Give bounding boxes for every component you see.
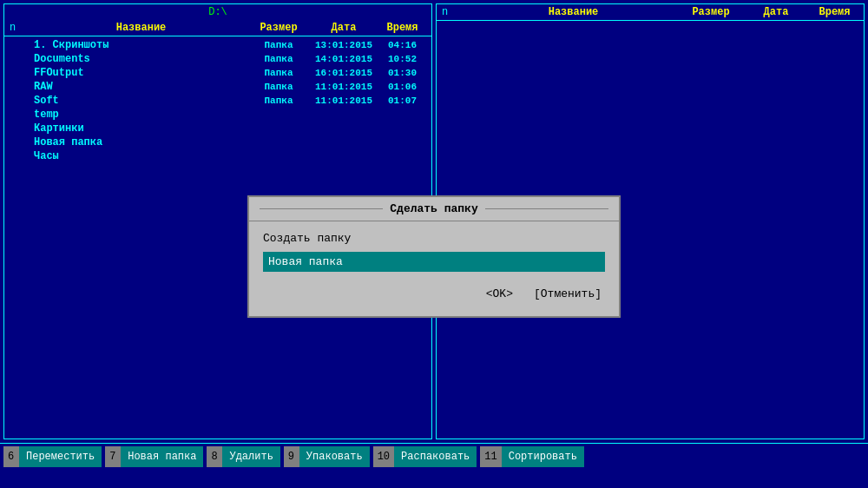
app-container: D:\ n Название Размер Дата Время 1. Скри… — [0, 0, 868, 469]
file-size: Папка — [248, 54, 309, 64]
list-item[interactable]: Documents Папка 14:01:2015 10:52 — [4, 52, 431, 66]
list-item[interactable]: FFOutput Папка 16:01:2015 01:30 — [4, 66, 431, 80]
left-col-name: Название — [34, 22, 248, 34]
dialog-title-text: Сделать папку — [383, 202, 484, 215]
list-item[interactable]: Soft Папка 11:01:2015 01:07 — [4, 94, 431, 108]
left-col-size: Размер — [248, 22, 309, 34]
file-name: Часы — [34, 150, 248, 162]
toolbar-num: 8 — [207, 446, 222, 467]
toolbar-num: 6 — [3, 446, 19, 467]
file-time: 01:07 — [378, 96, 426, 106]
toolbar-item: 6 Переместить — [3, 446, 102, 467]
toolbar-label[interactable]: Сортировать — [502, 446, 584, 467]
file-size: Папка — [248, 82, 309, 92]
toolbar-label[interactable]: Переместить — [19, 446, 102, 467]
list-item[interactable]: 1. Скриншоты Папка 13:01:2015 04:16 — [4, 38, 431, 52]
right-col-size: Размер — [681, 6, 741, 18]
toolbar-num: 9 — [284, 446, 299, 467]
file-name: Новая папка — [34, 136, 248, 148]
toolbar-num: 11 — [480, 446, 501, 467]
file-date: 14:01:2015 — [309, 54, 378, 64]
right-panel-columns: n Название Размер Дата Время — [437, 4, 864, 21]
toolbar-item: 11 Сортировать — [480, 446, 584, 467]
file-time: 10:52 — [378, 54, 426, 64]
dialog-title-bar: Сделать папку — [249, 197, 619, 221]
file-name: Documents — [34, 53, 248, 65]
file-name: temp — [34, 109, 248, 121]
file-name: 1. Скриншоты — [34, 39, 248, 51]
file-name: FFOutput — [34, 67, 248, 79]
toolbar-num: 10 — [373, 446, 394, 467]
file-name: Soft — [34, 95, 248, 107]
file-date: 11:01:2015 — [309, 82, 378, 92]
toolbar-label[interactable]: Распаковать — [394, 446, 477, 467]
right-col-date: Дата — [741, 6, 811, 18]
list-item[interactable]: RAW Папка 11:01:2015 01:06 — [4, 80, 431, 94]
toolbar: 6 Переместить 7 Новая папка 8 Удалить 9 … — [0, 443, 868, 469]
file-date: 16:01:2015 — [309, 68, 378, 78]
list-item[interactable]: Часы — [4, 149, 431, 163]
list-item[interactable]: Картинки — [4, 122, 431, 135]
file-date: 13:01:2015 — [309, 40, 378, 50]
left-col-date: Дата — [309, 22, 378, 34]
toolbar-label[interactable]: Удалить — [222, 446, 279, 467]
dialog-input[interactable] — [263, 252, 605, 272]
dialog-body: Создать папку <OK> [Отменить] — [249, 221, 619, 316]
toolbar-item: 7 Новая папка — [105, 446, 203, 467]
left-panel-columns: n Название Размер Дата Время — [4, 20, 431, 36]
file-time: 01:06 — [378, 82, 426, 92]
dialog-ok-button[interactable]: <OK> — [483, 286, 516, 302]
file-time: 01:30 — [378, 68, 426, 78]
dialog-buttons: <OK> [Отменить] — [263, 282, 605, 306]
right-col-n: n — [442, 6, 466, 18]
file-name: Картинки — [34, 122, 248, 135]
toolbar-num: 7 — [105, 446, 121, 467]
toolbar-label[interactable]: Новая папка — [121, 446, 203, 467]
file-time: 04:16 — [378, 40, 426, 50]
left-panel-drive: D:\ — [4, 4, 431, 20]
right-col-time: Время — [811, 6, 858, 18]
toolbar-label[interactable]: Упаковать — [299, 446, 370, 467]
left-col-n: n — [10, 22, 34, 34]
toolbar-item: 9 Упаковать — [284, 446, 370, 467]
left-col-time: Время — [378, 22, 426, 34]
toolbar-item: 8 Удалить — [207, 446, 279, 467]
dialog-cancel-button[interactable]: [Отменить] — [530, 286, 605, 302]
left-drive-label: D:\ — [208, 6, 227, 18]
file-size: Папка — [248, 96, 309, 106]
dialog: Сделать папку Создать папку <OK> [Отмени… — [247, 195, 621, 318]
dialog-label: Создать папку — [263, 232, 605, 245]
list-item[interactable]: temp — [4, 108, 431, 122]
file-name: RAW — [34, 81, 248, 93]
file-date: 11:01:2015 — [309, 96, 378, 106]
file-size: Папка — [248, 40, 309, 50]
list-item[interactable]: Новая папка — [4, 135, 431, 149]
toolbar-item: 10 Распаковать — [373, 446, 477, 467]
file-size: Папка — [248, 68, 309, 78]
right-col-name: Название — [466, 6, 681, 18]
